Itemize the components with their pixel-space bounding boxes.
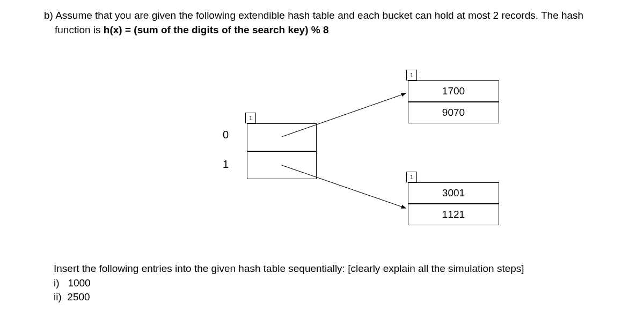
insert-item-1: i) 1000 [54, 276, 524, 291]
insert-item-2: ii) 2500 [54, 290, 524, 305]
pointer-0-to-a [282, 93, 406, 137]
item-2-label: ii) [54, 291, 62, 302]
problem-label: b) [44, 10, 53, 21]
hash-table-diagram: 1 0 1 1 1700 9070 1 3001 1121 [0, 70, 644, 252]
problem-line-1: b) Assume that you are given the followi… [44, 9, 612, 23]
item-1-label: i) [54, 277, 60, 289]
pointer-1-to-b [282, 165, 406, 208]
insert-instruction: Insert the following entries into the gi… [54, 262, 524, 276]
problem-line-2: function is h(x) = (sum of the digits of… [44, 23, 612, 38]
instructions: Insert the following entries into the gi… [54, 262, 524, 305]
arrows-svg [0, 70, 644, 252]
item-1-value: 1000 [68, 277, 90, 289]
hash-function: h(x) = (sum of the digits of the search … [104, 24, 329, 35]
problem-statement: b) Assume that you are given the followi… [44, 9, 612, 37]
problem-text-2a: function is [55, 24, 104, 35]
problem-text-1: Assume that you are given the following … [55, 10, 583, 21]
item-2-value: 2500 [67, 291, 90, 302]
